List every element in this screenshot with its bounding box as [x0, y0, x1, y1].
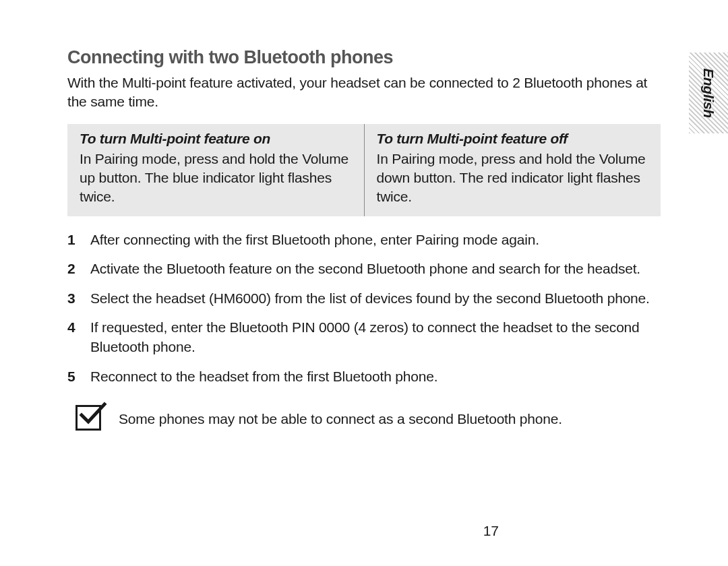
feature-on-column: To turn Multi-point feature on In Pairin… — [67, 124, 365, 216]
step-number: 4 — [67, 317, 90, 357]
step-item: 4 If requested, enter the Bluetooth PIN … — [67, 317, 661, 357]
step-number: 5 — [67, 367, 90, 386]
feature-on-body: In Pairing mode, press and hold the Volu… — [80, 150, 352, 207]
feature-off-body: In Pairing mode, press and hold the Volu… — [377, 150, 649, 207]
step-number: 3 — [67, 288, 90, 308]
note-row: Some phones may not be able to connect a… — [75, 405, 661, 431]
step-number: 1 — [67, 230, 90, 249]
feature-off-header: To turn Multi-point feature off — [377, 131, 649, 147]
step-text: After connecting with the first Bluetoot… — [90, 230, 661, 249]
step-text: Reconnect to the headset from the first … — [90, 367, 661, 386]
step-item: 3 Select the headset (HM6000) from the l… — [67, 288, 661, 308]
feature-table: To turn Multi-point feature on In Pairin… — [67, 124, 661, 216]
section-heading: Connecting with two Bluetooth phones — [67, 47, 661, 68]
page-number: 17 — [483, 523, 499, 539]
language-tab: English — [689, 53, 728, 133]
steps-list: 1 After connecting with the first Blueto… — [67, 230, 661, 386]
step-item: 5 Reconnect to the headset from the firs… — [67, 367, 661, 386]
step-text: If requested, enter the Bluetooth PIN 00… — [90, 317, 661, 357]
feature-off-column: To turn Multi-point feature off In Pairi… — [365, 124, 661, 216]
step-item: 1 After connecting with the first Blueto… — [67, 230, 661, 249]
step-item: 2 Activate the Bluetooth feature on the … — [67, 259, 661, 278]
step-text: Select the headset (HM6000) from the lis… — [90, 288, 661, 308]
intro-paragraph: With the Multi-point feature activated, … — [67, 73, 661, 112]
note-text: Some phones may not be able to connect a… — [119, 405, 562, 429]
language-tab-label: English — [700, 68, 717, 118]
step-number: 2 — [67, 259, 90, 278]
checkbox-icon — [75, 405, 101, 431]
feature-on-header: To turn Multi-point feature on — [80, 131, 352, 147]
step-text: Activate the Bluetooth feature on the se… — [90, 259, 661, 278]
